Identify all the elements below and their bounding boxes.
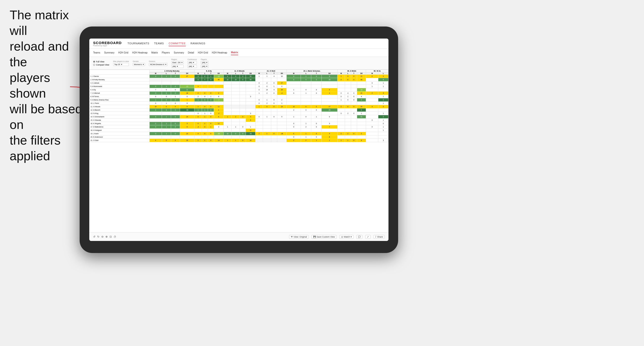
wlt-l7: L — [378, 72, 388, 75]
players-label: Players — [201, 58, 208, 60]
nav-rankings[interactable]: RANKINGS — [190, 41, 205, 46]
table-row: 9. A Maria Jimenez Rios 1 0 0 1 1 0 0 -7 — [90, 98, 388, 102]
save-icon: 💾 — [313, 236, 316, 238]
gender-label: Gender — [133, 60, 145, 62]
logo-area: SCOREBOARD Powered by clippd — [93, 41, 122, 46]
save-custom-view-btn[interactable]: 💾 Save Custom View — [312, 235, 336, 239]
zoom-out-icon[interactable]: ⊖ — [101, 235, 104, 238]
table-row: 11. G Woods 10 0 0 6 1 4 0 11 1 — [90, 105, 388, 108]
zoom-reset-icon[interactable]: ⊡ — [110, 235, 112, 238]
col-header-dy: 6. A Dy — [194, 70, 224, 72]
table-row: 20. E Andersson — [90, 135, 388, 139]
wlt-t4: T — [271, 72, 277, 75]
fullscreen-icon: ⤢ — [367, 236, 369, 238]
table-row: 17. D Ballesteros 3 1 0 6 -2 0 1 3 1 1 0… — [90, 125, 388, 129]
comment-icon: 💬 — [358, 236, 361, 238]
wlt-l6: L — [345, 72, 351, 75]
wlt-d5: Dif — [322, 72, 338, 75]
wlt-d6: Dif — [357, 72, 366, 75]
wlt-t5: T — [311, 72, 322, 75]
conference-sub-select[interactable]: (All) ▾ — [188, 65, 197, 68]
subnav-matrix[interactable]: Matrix — [151, 50, 158, 55]
subnav-players[interactable]: Players — [162, 50, 170, 55]
bottom-toolbar: ↺ ↻ ⊖ ⊕ ⊡ ⏱ 👁 View: Original 💾 Save Cust… — [89, 232, 388, 241]
wlt-w6: W — [337, 72, 345, 75]
watch-icon: ◎ — [341, 236, 343, 238]
top-nav: SCOREBOARD Powered by clippd TOURNAMENTS… — [89, 38, 388, 49]
matrix-area[interactable]: 2. M Kelly Mulcahy 6. A Dy 11. G Woods 2… — [89, 70, 388, 232]
subnav-matrix2[interactable]: Matrix — [231, 50, 238, 55]
table-row: 8. M Torres 0 0 1 0 2 0 1 8 3 — [90, 95, 388, 98]
region-sub-select[interactable]: (All) ▾ — [171, 65, 184, 68]
table-row: 7. O Mitchell 3 0 0 18 2 2 0 2 1 — [90, 92, 388, 95]
table-row: 6. A Dy 7 0 0 11 0 14 — [90, 88, 388, 92]
comment-btn[interactable]: 💬 — [356, 235, 362, 239]
wlt-w2: W — [194, 72, 202, 75]
subnav-h2h-heatmap2[interactable]: H2H Heatmap — [212, 50, 227, 55]
row-label: 1. J Garcia — [90, 75, 150, 78]
nav-committee[interactable]: COMMITTEE — [169, 41, 186, 46]
table-row: 13. N Klug 0 1 0 -2 3 — [90, 112, 388, 115]
view-original-btn[interactable]: 👁 View: Original — [289, 235, 308, 239]
wlt-w7: W — [366, 72, 378, 75]
logo-title: SCOREBOARD — [93, 41, 122, 45]
share-btn[interactable]: ⤴ Share — [374, 235, 384, 239]
col-header-schumac: 23. L Marie Schumac. — [287, 70, 338, 72]
conference-label: Conference — [188, 58, 197, 60]
subnav-summary[interactable]: Summary — [104, 50, 114, 55]
subnav-teams[interactable]: Teams — [93, 50, 100, 55]
table-row: 5. A Nomrowski 3 1 0 -11 1 0 — [90, 85, 388, 88]
redo-icon[interactable]: ↻ — [97, 235, 100, 238]
col-header-woods: 11. G Woods — [224, 70, 255, 72]
wlt-l5: L — [301, 72, 311, 75]
compact-view-option[interactable]: Compact View — [93, 64, 109, 66]
table-row: 12. A Bianchi 2 0 0 -58 1 1 0 4 — [90, 108, 388, 112]
tablet-screen: SCOREBOARD Powered by clippd TOURNAMENTS… — [89, 38, 388, 241]
wlt-t6: T — [351, 72, 357, 75]
subnav-h2h-grid[interactable]: H2H Grid — [118, 50, 128, 55]
col-header-za: 60. W Za — [366, 70, 388, 72]
nav-tournaments[interactable]: TOURNAMENTS — [128, 41, 149, 46]
wlt-l1: L — [162, 72, 171, 75]
region-label: Region — [171, 58, 184, 60]
table-row: 19. J Kanh 3 1 0 13 4 0 0 -20 13 0 0 -31… — [90, 132, 388, 135]
zoom-in-icon[interactable]: ⊕ — [106, 235, 108, 238]
players-sub-select[interactable]: (All) ▾ — [201, 65, 208, 68]
max-players-select[interactable]: Top 25 ▾ — [113, 63, 129, 66]
subnav-h2h-grid2[interactable]: H2H Grid — [198, 50, 208, 55]
wlt-d4: Dif — [277, 72, 287, 75]
wlt-d1: Dif — [180, 72, 194, 75]
wlt-l2: L — [202, 72, 208, 75]
nav-teams[interactable]: TEAMS — [154, 41, 164, 46]
watch-btn[interactable]: ◎ Watch ▾ — [340, 235, 354, 239]
table-row: 16. K Mcgaha 2 1 0 3 0 1 0 11 — [90, 122, 388, 125]
full-view-option[interactable]: Full View — [93, 60, 109, 63]
full-view-radio[interactable] — [93, 61, 95, 63]
fullscreen-btn[interactable]: ⤢ — [365, 235, 370, 239]
wlt-l4: L — [263, 72, 271, 75]
col-header-mulcahy: 2. M Kelly Mulcahy — [150, 70, 194, 72]
subnav-summary2[interactable]: Summary — [174, 50, 184, 55]
wlt-t3: T — [240, 72, 246, 75]
view-icon: 👁 — [291, 236, 293, 238]
settings-icon[interactable]: ⏱ — [114, 235, 116, 238]
subnav-detail[interactable]: Detail — [188, 50, 194, 55]
division-select[interactable]: NCAA Division II ▾ — [149, 63, 168, 66]
region-select[interactable]: East - DII ▾ — [171, 61, 184, 64]
tablet-frame: SCOREBOARD Powered by clippd TOURNAMENTS… — [80, 26, 398, 253]
gender-select[interactable]: Women's ▾ — [133, 63, 145, 66]
table-row: 1. J Garcia 3 1 0 27 3 0 1 -11 4 0 0 50 … — [90, 75, 388, 78]
matrix-table: 2. M Kelly Mulcahy 6. A Dy 11. G Woods 2… — [89, 70, 388, 142]
max-players-label: Max players in view — [113, 60, 129, 62]
table-row: 21. O Stoll 4 0 0 19 2 1 0 14 1 1 0 10 — [90, 139, 388, 142]
undo-icon[interactable]: ↺ — [93, 235, 95, 238]
subnav-h2h-heatmap[interactable]: H2H Heatmap — [132, 50, 148, 55]
table-row: 18. H Hodgson 11 — [90, 129, 388, 132]
conference-select[interactable]: (All) ▾ — [188, 61, 197, 64]
compact-view-radio[interactable] — [93, 64, 95, 66]
view-options: Full View Compact View — [93, 60, 109, 66]
wlt-l3: L — [232, 72, 240, 75]
wlt-w5: W — [287, 72, 301, 75]
players-select[interactable]: (All) ▾ — [201, 61, 208, 64]
wlt-d2: Dif — [214, 72, 224, 75]
